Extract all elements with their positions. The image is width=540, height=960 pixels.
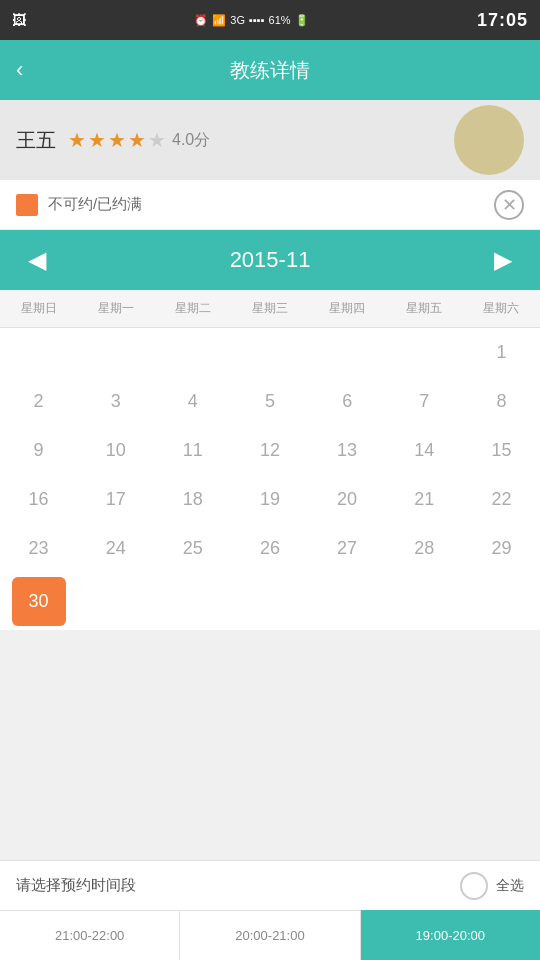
weekday-cell: 星期一 (77, 290, 154, 327)
weekday-cell: 星期四 (309, 290, 386, 327)
select-all-label: 全选 (496, 877, 524, 895)
calendar-header: ◀ 2015-11 ▶ (0, 230, 540, 290)
wifi-icon: 📶 (212, 14, 226, 27)
day-cell[interactable]: 24 (77, 524, 154, 573)
time-slot[interactable]: 20:00-21:00 (180, 910, 360, 960)
status-bar: 🖼 ⏰ 📶 3G ▪▪▪▪ 61% 🔋 17:05 (0, 0, 540, 40)
day-cell[interactable]: 3 (77, 377, 154, 426)
day-cell (77, 328, 154, 377)
booking-header: 请选择预约时间段 全选 (0, 860, 540, 910)
day-cell[interactable]: 11 (154, 426, 231, 475)
legend-bar: 不可约/已约满 ✕ (0, 180, 540, 230)
time-slot[interactable]: 21:00-22:00 (0, 910, 180, 960)
select-all-circle[interactable] (460, 872, 488, 900)
battery-label: 61% (269, 14, 291, 26)
day-cell[interactable]: 1 (463, 328, 540, 377)
weekday-cell: 星期三 (231, 290, 308, 327)
star-2: ★ (88, 128, 106, 152)
weekday-cell: 星期五 (386, 290, 463, 327)
day-cell[interactable]: 19 (231, 475, 308, 524)
legend-label: 不可约/已约满 (48, 195, 142, 214)
day-cell (154, 573, 231, 630)
legend-color-box (16, 194, 38, 216)
day-cell (154, 328, 231, 377)
day-cell[interactable]: 8 (463, 377, 540, 426)
coach-info-section: 王五 ★ ★ ★ ★ ★ 4.0分 (0, 100, 540, 180)
calendar-grid: 1234567891011121314151617181920212223242… (0, 328, 540, 630)
day-cell[interactable]: 5 (231, 377, 308, 426)
star-3: ★ (108, 128, 126, 152)
day-cell (231, 573, 308, 630)
page-title: 教练详情 (230, 57, 310, 84)
day-cell[interactable]: 29 (463, 524, 540, 573)
day-cell[interactable]: 22 (463, 475, 540, 524)
day-cell[interactable]: 28 (386, 524, 463, 573)
day-cell (0, 328, 77, 377)
day-cell[interactable]: 15 (463, 426, 540, 475)
weekday-cell: 星期日 (0, 290, 77, 327)
legend-left: 不可约/已约满 (16, 194, 142, 216)
booking-section: 请选择预约时间段 全选 21:00-22:0020:00-21:0019:00-… (0, 860, 540, 960)
alarm-icon: ⏰ (194, 14, 208, 27)
back-icon: ‹ (16, 57, 23, 82)
day-cell (309, 573, 386, 630)
select-all-area[interactable]: 全选 (460, 872, 524, 900)
day-cell (77, 573, 154, 630)
day-cell[interactable]: 6 (309, 377, 386, 426)
time-slots: 21:00-22:0020:00-21:0019:00-20:00 (0, 910, 540, 960)
day-cell[interactable]: 30 (12, 577, 66, 626)
day-cell[interactable]: 23 (0, 524, 77, 573)
day-cell[interactable]: 10 (77, 426, 154, 475)
day-cell (463, 573, 540, 630)
day-cell[interactable]: 20 (309, 475, 386, 524)
star-4: ★ (128, 128, 146, 152)
weekday-cell: 星期六 (463, 290, 540, 327)
close-icon: ✕ (502, 194, 517, 216)
day-cell[interactable]: 25 (154, 524, 231, 573)
day-cell[interactable]: 21 (386, 475, 463, 524)
day-cell[interactable]: 13 (309, 426, 386, 475)
signal-label: 3G (230, 14, 245, 26)
prev-month-button[interactable]: ◀ (20, 238, 54, 282)
star-1: ★ (68, 128, 86, 152)
day-cell[interactable]: 12 (231, 426, 308, 475)
coach-name: 王五 (16, 127, 56, 154)
day-cell[interactable]: 27 (309, 524, 386, 573)
star-5: ★ (148, 128, 166, 152)
weekday-cell: 星期二 (154, 290, 231, 327)
day-cell[interactable]: 16 (0, 475, 77, 524)
day-cell[interactable]: 4 (154, 377, 231, 426)
booking-title: 请选择预约时间段 (16, 876, 136, 895)
rating-score: 4.0分 (172, 130, 210, 151)
battery-icon: 🔋 (295, 14, 309, 27)
day-cell[interactable]: 9 (0, 426, 77, 475)
header: ‹ 教练详情 (0, 40, 540, 100)
prev-arrow-icon: ◀ (28, 246, 46, 273)
close-button[interactable]: ✕ (494, 190, 524, 220)
next-month-button[interactable]: ▶ (486, 238, 520, 282)
time-slot[interactable]: 19:00-20:00 (361, 910, 540, 960)
coach-avatar (454, 105, 524, 175)
signal-bars: ▪▪▪▪ (249, 14, 265, 26)
time-display: 17:05 (477, 10, 528, 31)
day-cell[interactable]: 7 (386, 377, 463, 426)
day-cell (386, 328, 463, 377)
calendar-month-label: 2015-11 (230, 247, 311, 273)
weekday-row: 星期日星期一星期二星期三星期四星期五星期六 (0, 290, 540, 328)
day-cell[interactable]: 18 (154, 475, 231, 524)
next-arrow-icon: ▶ (494, 246, 512, 273)
day-cell (231, 328, 308, 377)
day-cell[interactable]: 26 (231, 524, 308, 573)
image-icon: 🖼 (12, 12, 26, 28)
day-cell[interactable]: 14 (386, 426, 463, 475)
day-cell[interactable]: 2 (0, 377, 77, 426)
day-cell (386, 573, 463, 630)
day-cell[interactable]: 17 (77, 475, 154, 524)
status-bar-left: 🖼 (12, 12, 26, 28)
back-button[interactable]: ‹ (16, 57, 23, 83)
day-cell (309, 328, 386, 377)
status-icons: ⏰ 📶 3G ▪▪▪▪ 61% 🔋 (194, 14, 308, 27)
rating-stars: ★ ★ ★ ★ ★ (68, 128, 166, 152)
